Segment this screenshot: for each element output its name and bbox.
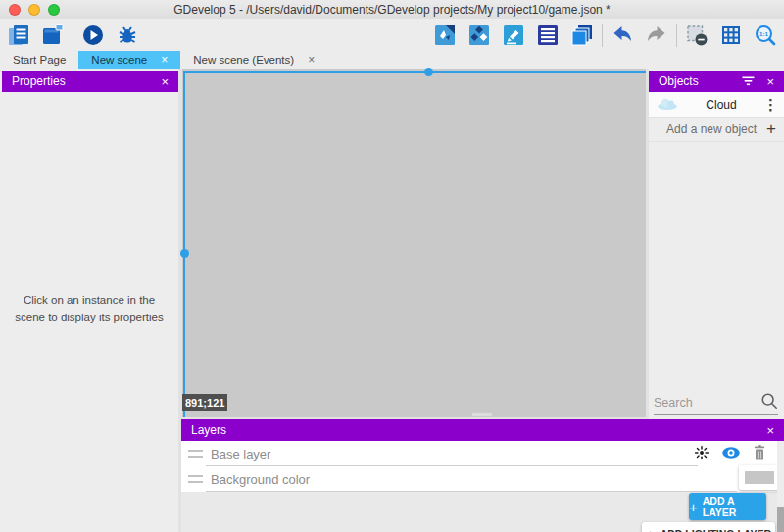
add-lighting-layer-button[interactable]: + ADD LIGHTING LAYER — [642, 522, 775, 532]
objects-panel-header: Objects × — [649, 71, 784, 92]
selection-handle-top[interactable] — [424, 68, 433, 76]
toolbar-divider — [73, 24, 74, 47]
search-input[interactable] — [654, 396, 760, 410]
plus-icon: + — [689, 499, 698, 515]
add-layer-button[interactable]: + ADD A LAYER — [689, 493, 766, 520]
toolbar-divider — [602, 24, 603, 47]
properties-empty-message: Click on an instance in the scene to dis… — [8, 292, 171, 327]
instances-list-icon[interactable] — [535, 23, 561, 48]
close-tab-icon[interactable]: × — [308, 53, 315, 67]
drag-handle-icon[interactable] — [188, 450, 203, 458]
objects-panel: Objects × Cloud ⋮ Add a new object + — [649, 69, 784, 419]
close-icon[interactable]: × — [161, 75, 169, 88]
layers-editor-icon[interactable] — [569, 23, 595, 48]
add-new-object-button[interactable]: Add a new object + — [649, 118, 784, 142]
scene-properties-icon[interactable] — [501, 23, 526, 48]
layers-panel-title: Layers — [191, 423, 226, 437]
preview-icon[interactable] — [80, 23, 106, 48]
minimize-window-button[interactable] — [28, 4, 40, 16]
zoom-window-button[interactable] — [48, 4, 60, 16]
object-list-item-cloud[interactable]: Cloud ⋮ — [649, 92, 784, 118]
cursor-coordinates-badge: 891;121 — [182, 394, 227, 411]
vertical-scrollbar[interactable] — [777, 441, 784, 532]
selection-border-left — [183, 71, 185, 417]
object-menu-icon[interactable]: ⋮ — [763, 96, 777, 114]
properties-panel: Properties × Click on an instance in the… — [0, 69, 178, 532]
properties-panel-header: Properties × — [2, 71, 178, 92]
search-icon — [760, 392, 778, 413]
main-toolbar: 1:1 — [0, 19, 784, 51]
undo-icon[interactable] — [610, 23, 635, 48]
project-manager-icon[interactable] — [6, 23, 31, 48]
plus-icon: + — [646, 526, 655, 532]
close-window-button[interactable] — [9, 4, 21, 16]
close-icon[interactable]: × — [766, 75, 774, 88]
scene-canvas[interactable]: 891;121 — [182, 69, 646, 417]
object-name: Cloud — [679, 98, 763, 112]
mask-icon[interactable] — [684, 23, 710, 48]
svg-text:1:1: 1:1 — [760, 30, 769, 37]
close-tab-icon[interactable]: × — [161, 53, 168, 67]
redo-icon[interactable] — [644, 23, 669, 48]
layer-row-base-layer: Base layer — [181, 441, 784, 466]
properties-panel-title: Properties — [12, 74, 66, 88]
background-color-swatch[interactable] — [739, 465, 780, 490]
visibility-eye-icon[interactable] — [721, 445, 741, 460]
drag-handle-icon[interactable] — [188, 475, 203, 483]
selection-handle-left[interactable] — [180, 249, 189, 258]
grid-icon[interactable] — [718, 23, 744, 48]
layer-name-field[interactable]: Background color — [211, 472, 310, 487]
debug-icon[interactable] — [115, 23, 140, 48]
window-controls — [9, 4, 60, 16]
filter-icon[interactable] — [742, 76, 755, 86]
layer-row-background-color: Background color — [181, 466, 784, 492]
objects-editor-icon[interactable] — [432, 23, 458, 48]
layer-name-field[interactable]: Base layer — [211, 447, 270, 461]
selection-border-top — [183, 71, 646, 73]
toolbar-divider — [676, 24, 677, 47]
zoom-1-1-icon[interactable]: 1:1 — [753, 23, 778, 48]
layers-list: Base layer Background color — [181, 441, 784, 492]
tab-start-page[interactable]: Start Page — [0, 51, 78, 69]
plus-icon: + — [766, 120, 776, 139]
layers-panel-header: Layers × — [181, 419, 784, 441]
window-title: GDevelop 5 - /Users/david/Documents/GDev… — [173, 3, 611, 17]
title-bar: GDevelop 5 - /Users/david/Documents/GDev… — [0, 0, 784, 19]
object-search-field — [654, 391, 778, 415]
effects-icon[interactable] — [693, 444, 710, 461]
tab-new-scene-events[interactable]: New scene (Events) × — [180, 51, 327, 69]
cloud-icon — [656, 96, 679, 114]
object-groups-icon[interactable] — [466, 23, 492, 48]
open-window-icon[interactable] — [40, 23, 66, 48]
objects-panel-title: Objects — [659, 74, 699, 88]
tab-new-scene[interactable]: New scene × — [78, 51, 180, 69]
trash-icon[interactable] — [752, 444, 767, 461]
horizontal-scrollbar[interactable] — [472, 413, 492, 416]
layers-panel: Layers × Base layer Background color — [181, 419, 784, 532]
editor-tab-bar: Start Page New scene × New scene (Events… — [0, 51, 784, 69]
close-icon[interactable]: × — [766, 424, 774, 437]
